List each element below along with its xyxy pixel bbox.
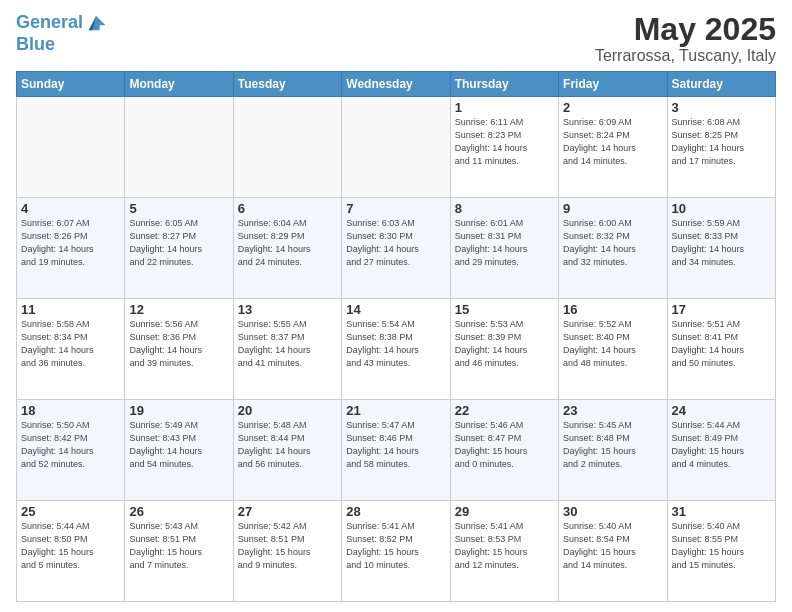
table-cell: 2Sunrise: 6:09 AM Sunset: 8:24 PM Daylig… <box>559 97 667 198</box>
table-cell: 3Sunrise: 6:08 AM Sunset: 8:25 PM Daylig… <box>667 97 775 198</box>
col-saturday: Saturday <box>667 72 775 97</box>
col-thursday: Thursday <box>450 72 558 97</box>
day-number: 9 <box>563 201 662 216</box>
day-info: Sunrise: 6:08 AM Sunset: 8:25 PM Dayligh… <box>672 116 771 168</box>
day-number: 10 <box>672 201 771 216</box>
table-cell: 8Sunrise: 6:01 AM Sunset: 8:31 PM Daylig… <box>450 198 558 299</box>
col-friday: Friday <box>559 72 667 97</box>
table-cell: 12Sunrise: 5:56 AM Sunset: 8:36 PM Dayli… <box>125 299 233 400</box>
day-info: Sunrise: 5:49 AM Sunset: 8:43 PM Dayligh… <box>129 419 228 471</box>
table-cell: 11Sunrise: 5:58 AM Sunset: 8:34 PM Dayli… <box>17 299 125 400</box>
day-number: 7 <box>346 201 445 216</box>
day-info: Sunrise: 5:56 AM Sunset: 8:36 PM Dayligh… <box>129 318 228 370</box>
table-cell: 1Sunrise: 6:11 AM Sunset: 8:23 PM Daylig… <box>450 97 558 198</box>
day-number: 28 <box>346 504 445 519</box>
table-cell <box>17 97 125 198</box>
table-cell: 21Sunrise: 5:47 AM Sunset: 8:46 PM Dayli… <box>342 400 450 501</box>
table-cell: 23Sunrise: 5:45 AM Sunset: 8:48 PM Dayli… <box>559 400 667 501</box>
day-info: Sunrise: 6:01 AM Sunset: 8:31 PM Dayligh… <box>455 217 554 269</box>
day-info: Sunrise: 6:00 AM Sunset: 8:32 PM Dayligh… <box>563 217 662 269</box>
day-info: Sunrise: 5:52 AM Sunset: 8:40 PM Dayligh… <box>563 318 662 370</box>
logo-icon <box>85 12 107 34</box>
header-row: Sunday Monday Tuesday Wednesday Thursday… <box>17 72 776 97</box>
table-cell: 15Sunrise: 5:53 AM Sunset: 8:39 PM Dayli… <box>450 299 558 400</box>
logo-text: General <box>16 13 83 33</box>
day-info: Sunrise: 5:45 AM Sunset: 8:48 PM Dayligh… <box>563 419 662 471</box>
day-info: Sunrise: 6:09 AM Sunset: 8:24 PM Dayligh… <box>563 116 662 168</box>
day-info: Sunrise: 5:42 AM Sunset: 8:51 PM Dayligh… <box>238 520 337 572</box>
col-wednesday: Wednesday <box>342 72 450 97</box>
title-area: May 2025 Terrarossa, Tuscany, Italy <box>595 12 776 65</box>
day-info: Sunrise: 5:51 AM Sunset: 8:41 PM Dayligh… <box>672 318 771 370</box>
week-row-3: 11Sunrise: 5:58 AM Sunset: 8:34 PM Dayli… <box>17 299 776 400</box>
day-info: Sunrise: 5:41 AM Sunset: 8:53 PM Dayligh… <box>455 520 554 572</box>
table-cell: 13Sunrise: 5:55 AM Sunset: 8:37 PM Dayli… <box>233 299 341 400</box>
table-cell: 4Sunrise: 6:07 AM Sunset: 8:26 PM Daylig… <box>17 198 125 299</box>
col-tuesday: Tuesday <box>233 72 341 97</box>
table-cell <box>125 97 233 198</box>
table-cell: 22Sunrise: 5:46 AM Sunset: 8:47 PM Dayli… <box>450 400 558 501</box>
day-info: Sunrise: 5:48 AM Sunset: 8:44 PM Dayligh… <box>238 419 337 471</box>
table-cell: 18Sunrise: 5:50 AM Sunset: 8:42 PM Dayli… <box>17 400 125 501</box>
day-number: 30 <box>563 504 662 519</box>
table-cell: 16Sunrise: 5:52 AM Sunset: 8:40 PM Dayli… <box>559 299 667 400</box>
month-title: May 2025 <box>595 12 776 47</box>
day-info: Sunrise: 5:40 AM Sunset: 8:55 PM Dayligh… <box>672 520 771 572</box>
day-number: 13 <box>238 302 337 317</box>
day-number: 2 <box>563 100 662 115</box>
day-info: Sunrise: 6:04 AM Sunset: 8:29 PM Dayligh… <box>238 217 337 269</box>
table-cell <box>233 97 341 198</box>
day-info: Sunrise: 5:41 AM Sunset: 8:52 PM Dayligh… <box>346 520 445 572</box>
table-cell: 6Sunrise: 6:04 AM Sunset: 8:29 PM Daylig… <box>233 198 341 299</box>
day-number: 12 <box>129 302 228 317</box>
day-info: Sunrise: 5:44 AM Sunset: 8:50 PM Dayligh… <box>21 520 120 572</box>
day-number: 27 <box>238 504 337 519</box>
table-cell: 30Sunrise: 5:40 AM Sunset: 8:54 PM Dayli… <box>559 501 667 602</box>
day-number: 29 <box>455 504 554 519</box>
day-number: 3 <box>672 100 771 115</box>
day-number: 26 <box>129 504 228 519</box>
day-info: Sunrise: 6:07 AM Sunset: 8:26 PM Dayligh… <box>21 217 120 269</box>
location-title: Terrarossa, Tuscany, Italy <box>595 47 776 65</box>
day-number: 5 <box>129 201 228 216</box>
table-cell: 17Sunrise: 5:51 AM Sunset: 8:41 PM Dayli… <box>667 299 775 400</box>
table-cell: 28Sunrise: 5:41 AM Sunset: 8:52 PM Dayli… <box>342 501 450 602</box>
week-row-2: 4Sunrise: 6:07 AM Sunset: 8:26 PM Daylig… <box>17 198 776 299</box>
table-cell: 10Sunrise: 5:59 AM Sunset: 8:33 PM Dayli… <box>667 198 775 299</box>
table-cell: 19Sunrise: 5:49 AM Sunset: 8:43 PM Dayli… <box>125 400 233 501</box>
day-info: Sunrise: 5:54 AM Sunset: 8:38 PM Dayligh… <box>346 318 445 370</box>
page: General Blue May 2025 Terrarossa, Tuscan… <box>0 0 792 612</box>
day-number: 8 <box>455 201 554 216</box>
table-cell: 7Sunrise: 6:03 AM Sunset: 8:30 PM Daylig… <box>342 198 450 299</box>
table-cell: 20Sunrise: 5:48 AM Sunset: 8:44 PM Dayli… <box>233 400 341 501</box>
day-number: 23 <box>563 403 662 418</box>
col-monday: Monday <box>125 72 233 97</box>
day-number: 4 <box>21 201 120 216</box>
logo-line2: Blue <box>16 34 107 55</box>
day-info: Sunrise: 5:46 AM Sunset: 8:47 PM Dayligh… <box>455 419 554 471</box>
day-number: 19 <box>129 403 228 418</box>
day-info: Sunrise: 5:43 AM Sunset: 8:51 PM Dayligh… <box>129 520 228 572</box>
day-info: Sunrise: 5:53 AM Sunset: 8:39 PM Dayligh… <box>455 318 554 370</box>
day-number: 20 <box>238 403 337 418</box>
table-cell: 27Sunrise: 5:42 AM Sunset: 8:51 PM Dayli… <box>233 501 341 602</box>
week-row-1: 1Sunrise: 6:11 AM Sunset: 8:23 PM Daylig… <box>17 97 776 198</box>
day-info: Sunrise: 6:05 AM Sunset: 8:27 PM Dayligh… <box>129 217 228 269</box>
day-info: Sunrise: 5:40 AM Sunset: 8:54 PM Dayligh… <box>563 520 662 572</box>
table-cell: 9Sunrise: 6:00 AM Sunset: 8:32 PM Daylig… <box>559 198 667 299</box>
table-cell: 29Sunrise: 5:41 AM Sunset: 8:53 PM Dayli… <box>450 501 558 602</box>
day-number: 14 <box>346 302 445 317</box>
day-info: Sunrise: 5:50 AM Sunset: 8:42 PM Dayligh… <box>21 419 120 471</box>
day-info: Sunrise: 5:44 AM Sunset: 8:49 PM Dayligh… <box>672 419 771 471</box>
day-number: 25 <box>21 504 120 519</box>
table-cell: 14Sunrise: 5:54 AM Sunset: 8:38 PM Dayli… <box>342 299 450 400</box>
day-number: 15 <box>455 302 554 317</box>
day-number: 17 <box>672 302 771 317</box>
table-cell <box>342 97 450 198</box>
header: General Blue May 2025 Terrarossa, Tuscan… <box>16 12 776 65</box>
day-number: 24 <box>672 403 771 418</box>
day-info: Sunrise: 6:03 AM Sunset: 8:30 PM Dayligh… <box>346 217 445 269</box>
col-sunday: Sunday <box>17 72 125 97</box>
day-number: 16 <box>563 302 662 317</box>
day-info: Sunrise: 5:58 AM Sunset: 8:34 PM Dayligh… <box>21 318 120 370</box>
